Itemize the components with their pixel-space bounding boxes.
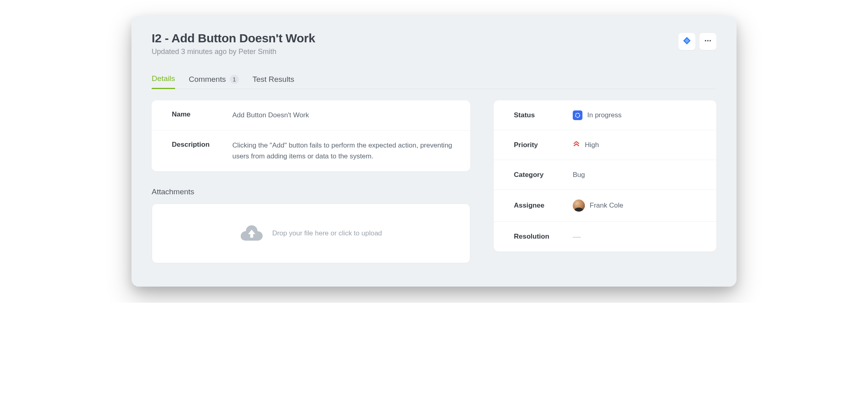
- tab-comments[interactable]: Comments 1: [189, 74, 239, 89]
- svg-point-2: [709, 40, 711, 41]
- cloud-upload-icon: [240, 222, 263, 244]
- tab-label: Details: [152, 74, 175, 83]
- dropzone-text: Drop your file here or click to upload: [272, 229, 382, 237]
- right-column: Status In progress Priority: [494, 100, 716, 263]
- priority-high-icon: [573, 140, 580, 150]
- in-progress-icon: [573, 110, 582, 120]
- meta-row-assignee: Assignee Frank Cole: [494, 190, 716, 222]
- tabs: Details Comments 1 Test Results: [152, 74, 716, 89]
- meta-label: Priority: [514, 141, 573, 149]
- header: I2 - Add Button Doesn't Work Updated 3 m…: [152, 31, 716, 56]
- comments-count-badge: 1: [230, 75, 239, 84]
- detail-value-name[interactable]: Add Button Doesn't Work: [232, 110, 454, 121]
- tab-details[interactable]: Details: [152, 74, 175, 89]
- tab-label: Comments: [189, 75, 226, 84]
- detail-row-description: Description Clicking the "Add" button fa…: [152, 131, 470, 171]
- svg-point-0: [705, 40, 706, 41]
- more-horizontal-icon: [704, 37, 712, 46]
- tab-label: Test Results: [252, 75, 294, 84]
- resolution-text: —: [573, 232, 581, 241]
- tab-test-results[interactable]: Test Results: [252, 74, 294, 89]
- meta-value-assignee[interactable]: Frank Cole: [573, 200, 623, 212]
- attachments-dropzone[interactable]: Drop your file here or click to upload: [152, 204, 470, 263]
- header-actions: [678, 33, 716, 50]
- meta-row-resolution: Resolution —: [494, 222, 716, 252]
- assignee-avatar: [573, 200, 585, 212]
- details-card: Name Add Button Doesn't Work Description…: [152, 100, 470, 171]
- jira-link-button[interactable]: [678, 33, 695, 50]
- detail-label: Description: [172, 140, 232, 162]
- detail-value-description[interactable]: Clicking the "Add" button fails to perfo…: [232, 140, 454, 162]
- meta-row-category: Category Bug: [494, 160, 716, 190]
- jira-icon: [682, 36, 691, 47]
- header-text: I2 - Add Button Doesn't Work Updated 3 m…: [152, 31, 678, 56]
- svg-point-3: [576, 113, 580, 117]
- meta-label: Resolution: [514, 233, 573, 241]
- svg-point-1: [707, 40, 708, 41]
- left-column: Name Add Button Doesn't Work Description…: [152, 100, 470, 263]
- issue-subtitle: Updated 3 minutes ago by Peter Smith: [152, 48, 678, 56]
- meta-label: Assignee: [514, 202, 573, 210]
- issue-title: I2 - Add Button Doesn't Work: [152, 31, 678, 45]
- detail-label: Name: [172, 110, 232, 121]
- meta-row-status: Status In progress: [494, 100, 716, 130]
- meta-value-status[interactable]: In progress: [573, 110, 622, 120]
- meta-value-category[interactable]: Bug: [573, 171, 585, 179]
- meta-row-priority: Priority High: [494, 130, 716, 160]
- meta-label: Status: [514, 111, 573, 119]
- meta-value-priority[interactable]: High: [573, 140, 599, 150]
- status-text: In progress: [587, 111, 622, 119]
- category-text: Bug: [573, 171, 585, 179]
- assignee-name: Frank Cole: [590, 202, 623, 210]
- content: Name Add Button Doesn't Work Description…: [152, 100, 716, 263]
- attachments-heading: Attachments: [152, 187, 470, 196]
- meta-card: Status In progress Priority: [494, 100, 716, 252]
- meta-value-resolution[interactable]: —: [573, 232, 581, 241]
- detail-row-name: Name Add Button Doesn't Work: [152, 100, 470, 131]
- meta-label: Category: [514, 171, 573, 179]
- more-actions-button[interactable]: [699, 33, 716, 50]
- priority-text: High: [585, 141, 599, 149]
- issue-detail-panel: I2 - Add Button Doesn't Work Updated 3 m…: [131, 16, 737, 287]
